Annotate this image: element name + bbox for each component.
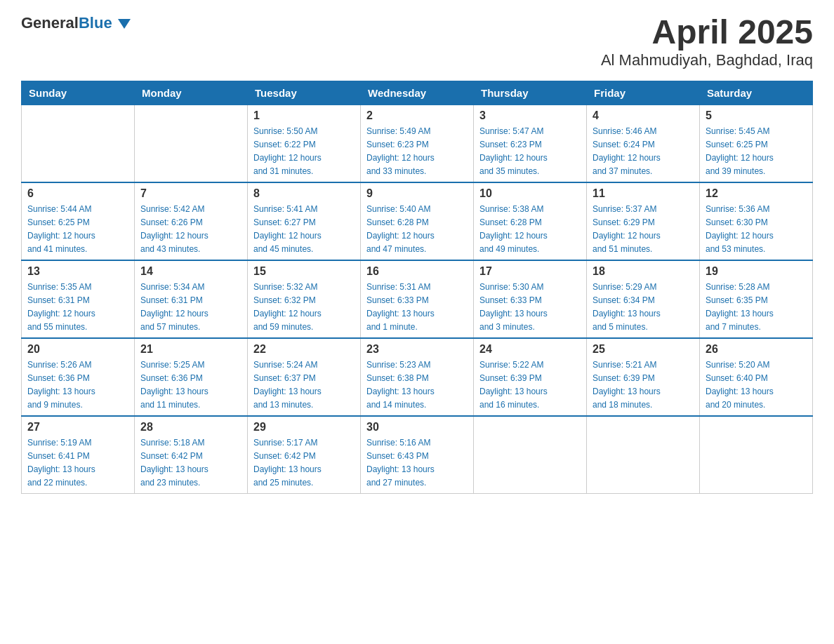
logo: General Blue: [21, 14, 131, 32]
day-number: 11: [593, 187, 694, 200]
day-number: 16: [366, 265, 468, 278]
calendar-cell: 17Sunrise: 5:30 AM Sunset: 6:33 PM Dayli…: [474, 260, 587, 338]
calendar-cell: 4Sunrise: 5:46 AM Sunset: 6:24 PM Daylig…: [587, 105, 700, 182]
day-info: Sunrise: 5:16 AM Sunset: 6:43 PM Dayligh…: [366, 438, 435, 488]
calendar-day-header: Sunday: [22, 81, 135, 105]
calendar-cell: 5Sunrise: 5:45 AM Sunset: 6:25 PM Daylig…: [700, 105, 813, 182]
calendar-cell: 14Sunrise: 5:34 AM Sunset: 6:31 PM Dayli…: [135, 260, 248, 338]
day-info: Sunrise: 5:46 AM Sunset: 6:24 PM Dayligh…: [593, 126, 661, 176]
day-number: 6: [27, 187, 128, 200]
logo-general-text: General: [21, 14, 79, 32]
day-info: Sunrise: 5:26 AM Sunset: 6:36 PM Dayligh…: [27, 360, 95, 410]
day-info: Sunrise: 5:24 AM Sunset: 6:37 PM Dayligh…: [253, 360, 322, 410]
day-number: 15: [253, 265, 355, 278]
calendar-cell: 12Sunrise: 5:36 AM Sunset: 6:30 PM Dayli…: [700, 182, 813, 260]
calendar-week-row: 27Sunrise: 5:19 AM Sunset: 6:41 PM Dayli…: [22, 416, 813, 494]
calendar-week-row: 1Sunrise: 5:50 AM Sunset: 6:22 PM Daylig…: [22, 105, 813, 182]
day-number: 29: [253, 421, 355, 434]
calendar-cell: [474, 416, 587, 494]
day-info: Sunrise: 5:37 AM Sunset: 6:29 PM Dayligh…: [593, 204, 661, 254]
day-info: Sunrise: 5:34 AM Sunset: 6:31 PM Dayligh…: [140, 282, 208, 332]
day-info: Sunrise: 5:40 AM Sunset: 6:28 PM Dayligh…: [366, 204, 435, 254]
calendar-cell: 28Sunrise: 5:18 AM Sunset: 6:42 PM Dayli…: [135, 416, 248, 494]
day-number: 4: [593, 109, 694, 122]
calendar-cell: 3Sunrise: 5:47 AM Sunset: 6:23 PM Daylig…: [474, 105, 587, 182]
calendar-table: SundayMondayTuesdayWednesdayThursdayFrid…: [21, 81, 813, 494]
day-number: 17: [479, 265, 581, 278]
calendar-cell: 29Sunrise: 5:17 AM Sunset: 6:42 PM Dayli…: [248, 416, 361, 494]
calendar-cell: [587, 416, 700, 494]
calendar-week-row: 13Sunrise: 5:35 AM Sunset: 6:31 PM Dayli…: [22, 260, 813, 338]
calendar-cell: 21Sunrise: 5:25 AM Sunset: 6:36 PM Dayli…: [135, 338, 248, 416]
svg-marker-0: [118, 19, 131, 29]
day-info: Sunrise: 5:38 AM Sunset: 6:28 PM Dayligh…: [479, 204, 548, 254]
calendar-cell: 9Sunrise: 5:40 AM Sunset: 6:28 PM Daylig…: [361, 182, 474, 260]
day-number: 20: [27, 343, 128, 356]
day-number: 22: [253, 343, 355, 356]
day-number: 10: [479, 187, 581, 200]
day-info: Sunrise: 5:44 AM Sunset: 6:25 PM Dayligh…: [27, 204, 95, 254]
day-number: 28: [140, 421, 241, 434]
day-number: 12: [706, 187, 807, 200]
calendar-cell: 20Sunrise: 5:26 AM Sunset: 6:36 PM Dayli…: [22, 338, 135, 416]
day-number: 8: [253, 187, 355, 200]
logo-blue-text: Blue: [79, 14, 131, 32]
day-info: Sunrise: 5:31 AM Sunset: 6:33 PM Dayligh…: [366, 282, 435, 332]
day-number: 1: [253, 109, 355, 122]
calendar-body: 1Sunrise: 5:50 AM Sunset: 6:22 PM Daylig…: [22, 105, 813, 493]
calendar-cell: 7Sunrise: 5:42 AM Sunset: 6:26 PM Daylig…: [135, 182, 248, 260]
day-info: Sunrise: 5:21 AM Sunset: 6:39 PM Dayligh…: [593, 360, 661, 410]
page-subtitle: Al Mahmudiyah, Baghdad, Iraq: [601, 51, 813, 69]
calendar-cell: 30Sunrise: 5:16 AM Sunset: 6:43 PM Dayli…: [361, 416, 474, 494]
calendar-cell: [700, 416, 813, 494]
day-info: Sunrise: 5:41 AM Sunset: 6:27 PM Dayligh…: [253, 204, 322, 254]
calendar-day-header: Monday: [135, 81, 248, 105]
calendar-week-row: 20Sunrise: 5:26 AM Sunset: 6:36 PM Dayli…: [22, 338, 813, 416]
calendar-cell: 26Sunrise: 5:20 AM Sunset: 6:40 PM Dayli…: [700, 338, 813, 416]
day-info: Sunrise: 5:29 AM Sunset: 6:34 PM Dayligh…: [593, 282, 661, 332]
calendar-day-header: Thursday: [474, 81, 587, 105]
day-info: Sunrise: 5:19 AM Sunset: 6:41 PM Dayligh…: [27, 438, 95, 488]
day-info: Sunrise: 5:23 AM Sunset: 6:38 PM Dayligh…: [366, 360, 435, 410]
logo-triangle-icon: [118, 19, 131, 29]
day-info: Sunrise: 5:49 AM Sunset: 6:23 PM Dayligh…: [366, 126, 435, 176]
calendar-cell: 19Sunrise: 5:28 AM Sunset: 6:35 PM Dayli…: [700, 260, 813, 338]
calendar-day-header: Friday: [587, 81, 700, 105]
day-info: Sunrise: 5:28 AM Sunset: 6:35 PM Dayligh…: [706, 282, 774, 332]
calendar-cell: 18Sunrise: 5:29 AM Sunset: 6:34 PM Dayli…: [587, 260, 700, 338]
page-title: April 2025: [601, 14, 813, 51]
day-info: Sunrise: 5:22 AM Sunset: 6:39 PM Dayligh…: [479, 360, 548, 410]
calendar-week-row: 6Sunrise: 5:44 AM Sunset: 6:25 PM Daylig…: [22, 182, 813, 260]
calendar-day-header: Saturday: [700, 81, 813, 105]
day-number: 2: [366, 109, 468, 122]
day-number: 21: [140, 343, 241, 356]
calendar-cell: 13Sunrise: 5:35 AM Sunset: 6:31 PM Dayli…: [22, 260, 135, 338]
calendar-header: SundayMondayTuesdayWednesdayThursdayFrid…: [22, 81, 813, 105]
day-number: 19: [706, 265, 807, 278]
day-number: 18: [593, 265, 694, 278]
day-number: 26: [706, 343, 807, 356]
calendar-cell: 27Sunrise: 5:19 AM Sunset: 6:41 PM Dayli…: [22, 416, 135, 494]
title-block: April 2025 Al Mahmudiyah, Baghdad, Iraq: [601, 14, 813, 69]
calendar-cell: 24Sunrise: 5:22 AM Sunset: 6:39 PM Dayli…: [474, 338, 587, 416]
calendar-cell: 22Sunrise: 5:24 AM Sunset: 6:37 PM Dayli…: [248, 338, 361, 416]
day-info: Sunrise: 5:42 AM Sunset: 6:26 PM Dayligh…: [140, 204, 208, 254]
day-number: 24: [479, 343, 581, 356]
calendar-day-header: Tuesday: [248, 81, 361, 105]
calendar-cell: 1Sunrise: 5:50 AM Sunset: 6:22 PM Daylig…: [248, 105, 361, 182]
day-number: 23: [366, 343, 468, 356]
calendar-header-row: SundayMondayTuesdayWednesdayThursdayFrid…: [22, 81, 813, 105]
calendar-cell: 23Sunrise: 5:23 AM Sunset: 6:38 PM Dayli…: [361, 338, 474, 416]
calendar-cell: 2Sunrise: 5:49 AM Sunset: 6:23 PM Daylig…: [361, 105, 474, 182]
day-info: Sunrise: 5:36 AM Sunset: 6:30 PM Dayligh…: [706, 204, 774, 254]
day-number: 25: [593, 343, 694, 356]
day-number: 5: [706, 109, 807, 122]
day-number: 9: [366, 187, 468, 200]
day-info: Sunrise: 5:30 AM Sunset: 6:33 PM Dayligh…: [479, 282, 548, 332]
day-info: Sunrise: 5:25 AM Sunset: 6:36 PM Dayligh…: [140, 360, 208, 410]
day-info: Sunrise: 5:45 AM Sunset: 6:25 PM Dayligh…: [706, 126, 774, 176]
calendar-cell: 16Sunrise: 5:31 AM Sunset: 6:33 PM Dayli…: [361, 260, 474, 338]
day-info: Sunrise: 5:20 AM Sunset: 6:40 PM Dayligh…: [706, 360, 774, 410]
day-number: 13: [27, 265, 128, 278]
day-number: 30: [366, 421, 468, 434]
